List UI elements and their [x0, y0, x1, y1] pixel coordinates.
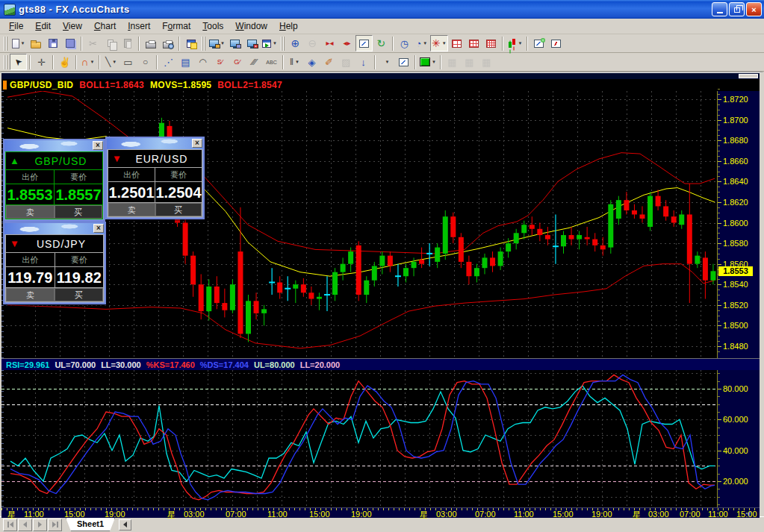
eraser-tool-button[interactable]: ✐ [320, 54, 338, 70]
fibonacci-arcs-button[interactable]: ◠ [194, 54, 211, 70]
dropdown-arrow-icon[interactable]: ▼ [423, 41, 427, 46]
compress-bars-button[interactable]: ▸◂ [321, 35, 338, 51]
menu-tools[interactable]: Tools [196, 19, 229, 33]
close-icon[interactable]: × [93, 224, 104, 233]
new-document-button[interactable]: ▼ [10, 35, 27, 51]
menu-view[interactable]: View [57, 19, 88, 33]
hand-tool-button[interactable]: ✌ [56, 54, 73, 70]
quote-title-bar[interactable]: × [4, 223, 105, 234]
gann-fan-button[interactable]: G⁄ [229, 54, 246, 70]
grid-coarse-button[interactable] [448, 35, 465, 51]
crosshair-tool-button[interactable]: ✛ [33, 54, 50, 70]
quote-window-eurusd[interactable]: × ▼ EUR/USD 出价 要价 1.2501 1.2504 卖 买 [105, 137, 205, 219]
trend-indicator-button[interactable] [395, 54, 412, 70]
menu-help[interactable]: Help [273, 19, 304, 33]
cut-button: ✂ [84, 35, 102, 51]
parallel-lines-button[interactable]: ⁄⁄⁄ [246, 54, 263, 70]
next-sheet-button[interactable] [33, 519, 47, 531]
open-file-button[interactable] [27, 35, 44, 51]
line-color-button[interactable]: ▼ [418, 54, 438, 70]
buy-button[interactable]: 买 [55, 288, 103, 301]
oscillator-chart[interactable] [1, 370, 718, 507]
rectangle-tool-button[interactable]: ▭ [119, 54, 137, 70]
restore-button[interactable] [729, 2, 745, 16]
save-button[interactable] [44, 35, 61, 51]
close-connection-button[interactable]: × [243, 35, 261, 51]
last-sheet-button[interactable] [48, 519, 62, 531]
quote-window-usdjpy[interactable]: × ▼ USD/JPY 出价 要价 119.79 119.82 卖 买 [3, 222, 106, 304]
fibonacci-fan-button[interactable]: ⋰ [160, 54, 177, 70]
arrow-marker-button[interactable]: ↓ [355, 54, 372, 70]
fibonacci-retracement-button[interactable]: ▤ [177, 54, 194, 70]
dropdown-arrow-icon[interactable]: ▼ [112, 60, 117, 64]
chart-top-scrollbar[interactable] [1, 73, 760, 79]
close-icon[interactable]: × [192, 139, 202, 148]
menu-format[interactable]: Format [156, 19, 196, 33]
print-button[interactable] [142, 35, 159, 51]
grid-fine-button[interactable] [482, 35, 500, 51]
magnet-snap-button[interactable]: ∩▼ [79, 54, 96, 70]
chart-window-button[interactable] [355, 35, 373, 51]
close-icon[interactable]: × [93, 141, 103, 150]
toolbar-grip[interactable] [4, 55, 7, 69]
boll2-value: BOLL2=1.8547 [217, 80, 282, 90]
close-button[interactable]: × [746, 2, 762, 16]
toolbar-grip[interactable] [4, 37, 7, 51]
sell-button[interactable]: 卖 [6, 288, 55, 301]
time-frame-button[interactable]: ◔▼ [413, 35, 430, 51]
sheet-tab[interactable]: Sheet1 [66, 518, 115, 531]
realtime-clock-button[interactable]: ◷ [396, 35, 413, 51]
quote-title-bar[interactable]: × [4, 140, 104, 151]
dropdown-arrow-icon[interactable]: ▼ [90, 60, 95, 64]
scrollbar-thumb[interactable] [739, 74, 758, 78]
toolbar-grip[interactable] [202, 37, 205, 51]
open-remote-button[interactable]: ▼ [208, 35, 226, 51]
refresh-data-button[interactable]: ↻ [373, 35, 390, 51]
dropdown-arrow-icon[interactable]: ▼ [295, 60, 299, 64]
menu-window[interactable]: Window [229, 19, 273, 33]
regression-channel-button[interactable]: ◈ [303, 54, 320, 70]
ellipse-tool-button[interactable]: ○ [137, 54, 154, 70]
text-label-button[interactable]: ABC [263, 54, 280, 70]
minimize-button[interactable] [712, 2, 727, 16]
menu-edit[interactable]: Edit [29, 19, 57, 33]
chart-style-candle-button[interactable]: ▼ [506, 35, 524, 51]
save-remote-button[interactable] [226, 35, 243, 51]
quote-title-bar[interactable]: × [107, 138, 203, 149]
buy-button[interactable]: 买 [155, 203, 202, 216]
candlestick-chart[interactable] [1, 91, 718, 358]
save-all-button[interactable] [61, 35, 78, 51]
marker-style-button[interactable]: ▼ [378, 54, 395, 70]
sell-button[interactable]: 卖 [6, 205, 55, 219]
speed-resistance-lines-button[interactable]: S⁄ [211, 54, 229, 70]
pointer-tool-button[interactable]: ➤ [10, 54, 27, 70]
quote-window-gbpusd[interactable]: × ▲ GBP/USD 出价 要价 1.8553 1.8557 卖 买 [3, 139, 105, 222]
period-wheel-button[interactable]: ✳▼ [430, 35, 448, 51]
dropdown-arrow-icon[interactable]: ▼ [432, 60, 436, 64]
buy-button[interactable]: 买 [55, 205, 103, 219]
previous-sheet-button[interactable] [18, 519, 32, 531]
sheet-scroll-left-button[interactable] [119, 519, 131, 531]
title-bar[interactable]: gts88 - FX AccuCharts × [0, 0, 764, 19]
menu-insert[interactable]: Insert [122, 19, 156, 33]
export-window-button[interactable]: ▼ [261, 35, 279, 51]
sell-button[interactable]: 卖 [108, 203, 155, 216]
toolbar-grip[interactable] [281, 37, 285, 51]
dropdown-arrow-icon[interactable]: ▼ [220, 41, 225, 46]
new-workspace-button[interactable] [182, 35, 199, 51]
cycle-lines-button[interactable]: ‖▼ [286, 54, 303, 70]
indicator-editor-button[interactable] [547, 35, 565, 51]
expand-bars-button[interactable]: ◂▸ [338, 35, 355, 51]
menu-chart[interactable]: Chart [88, 19, 122, 33]
zoom-in-button[interactable]: ⊕ [287, 35, 304, 51]
menu-file[interactable]: File [3, 19, 29, 33]
grid-medium-button[interactable] [465, 35, 482, 51]
dropdown-arrow-icon[interactable]: ▼ [21, 41, 25, 46]
dropdown-arrow-icon[interactable]: ▼ [273, 41, 277, 46]
dropdown-arrow-icon[interactable]: ▼ [385, 60, 390, 64]
print-preview-button[interactable] [159, 35, 176, 51]
insert-indicator-button[interactable] [530, 35, 547, 51]
dropdown-arrow-icon[interactable]: ▼ [518, 41, 523, 46]
dropdown-arrow-icon[interactable]: ▼ [442, 41, 447, 46]
trend-line-button[interactable]: ╲▼ [102, 54, 119, 70]
